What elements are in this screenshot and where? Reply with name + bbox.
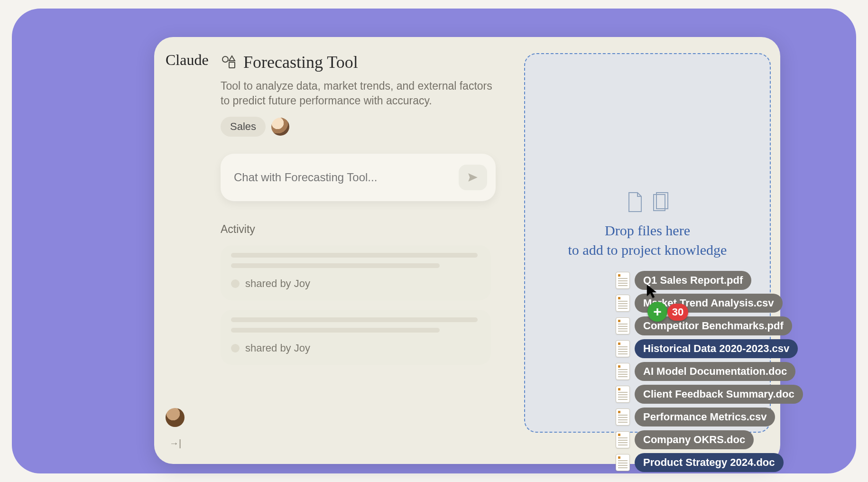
drop-line1: Drop files here: [525, 221, 770, 241]
shared-by-label: shared by Joy: [245, 278, 310, 290]
main-column: Forecasting Tool Tool to analyze data, m…: [221, 52, 515, 365]
current-user-avatar[interactable]: [166, 408, 185, 427]
cursor-icon: [646, 284, 658, 299]
shapes-icon: [221, 54, 237, 70]
project-title: Forecasting Tool: [243, 52, 358, 72]
dragged-file: Competitor Benchmarks.pdf: [616, 316, 803, 335]
send-icon: [467, 171, 479, 184]
file-icon: [616, 340, 630, 357]
activity-heading: Activity: [221, 223, 515, 236]
chat-input-container[interactable]: [221, 154, 496, 201]
file-name-pill: Product Strategy 2024.doc: [635, 453, 784, 472]
shared-by-label: shared by Joy: [245, 342, 310, 354]
send-button[interactable]: [459, 165, 487, 190]
file-icon: [616, 431, 630, 448]
documents-icon: [525, 192, 770, 213]
file-name-pill: Historical Data 2020-2023.csv: [635, 339, 798, 358]
svg-point-0: [222, 56, 228, 62]
chat-input[interactable]: [234, 171, 443, 184]
file-name-pill: Client Feedback Summary.doc: [635, 385, 803, 404]
activity-item[interactable]: shared by Joy: [221, 245, 491, 300]
avatar-placeholder: [231, 279, 240, 288]
dragged-file: Performance Metrics.csv: [616, 408, 803, 426]
skeleton-line: [231, 263, 440, 268]
project-tag[interactable]: Sales: [221, 117, 266, 137]
file-name-pill: Company OKRS.doc: [635, 430, 754, 449]
dragged-file: Market Trend Analysis.csv: [616, 294, 803, 313]
svg-rect-3: [656, 193, 668, 209]
app-background: Claude Forecasting Tool Tool to analyze …: [12, 9, 856, 473]
drag-add-icon: +: [647, 302, 667, 322]
skeleton-line: [231, 317, 478, 322]
skeleton-line: [231, 253, 478, 258]
file-icon: [616, 363, 630, 380]
file-icon: [616, 386, 630, 403]
brand-logo: Claude: [166, 51, 209, 69]
file-name-pill: AI Model Documentation.doc: [635, 362, 795, 381]
dragged-file: Historical Data 2020-2023.csv: [616, 339, 803, 358]
drop-line2: to add to project knowledge: [525, 241, 770, 260]
dragged-file: Product Strategy 2024.doc: [616, 453, 803, 472]
collapse-sidebar-icon[interactable]: →|: [169, 438, 181, 449]
file-icon: [616, 317, 630, 334]
skeleton-line: [231, 328, 440, 333]
avatar-placeholder: [231, 344, 240, 352]
dragged-file: Q1 Sales Report.pdf: [616, 271, 803, 290]
dragged-files-stack: Q1 Sales Report.pdfMarket Trend Analysis…: [616, 271, 803, 472]
drop-zone-text: Drop files here to add to project knowle…: [525, 221, 770, 260]
dragged-file: Client Feedback Summary.doc: [616, 385, 803, 404]
file-name-pill: Performance Metrics.csv: [635, 408, 775, 426]
svg-rect-1: [229, 62, 235, 68]
activity-item[interactable]: shared by Joy: [221, 310, 491, 365]
member-avatar[interactable]: [271, 118, 289, 136]
project-card: Claude Forecasting Tool Tool to analyze …: [154, 37, 780, 464]
file-icon: [616, 454, 630, 471]
file-icon: [616, 408, 630, 426]
file-icon: [616, 295, 630, 312]
file-icon: [616, 272, 630, 289]
dragged-file: AI Model Documentation.doc: [616, 362, 803, 381]
dragged-file: Company OKRS.doc: [616, 430, 803, 449]
drag-count-badge: 30: [667, 304, 688, 321]
svg-rect-2: [654, 195, 665, 211]
project-description: Tool to analyze data, market trends, and…: [221, 79, 496, 108]
